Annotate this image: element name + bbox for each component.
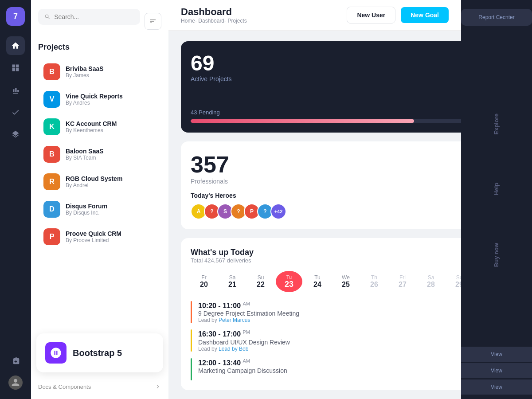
bootstrap-title: Bootstrap 5 xyxy=(73,348,122,358)
new-user-button[interactable]: New User xyxy=(347,7,395,23)
dashboard-scroll: 69 Active Projects 43 Pending 72% 357 Pr… xyxy=(168,31,461,399)
event-name: 9 Degree Project Estimation Meeting xyxy=(198,310,461,317)
event-details: 10:20 - 11:00 AM 9 Degree Project Estima… xyxy=(198,301,461,323)
sidebar-briefcase-btn[interactable] xyxy=(6,351,25,370)
project-author: By Andres xyxy=(66,100,123,106)
project-author: By Andrei xyxy=(66,182,122,188)
sidebar-check-btn[interactable] xyxy=(6,103,25,121)
sidebar-user-btn[interactable] xyxy=(6,373,25,392)
view-button-3[interactable]: View xyxy=(461,379,532,395)
view-button-2[interactable]: View xyxy=(461,363,532,378)
active-projects-card: 69 Active Projects 43 Pending 72% xyxy=(181,41,461,133)
project-name: Vine Quick Reports xyxy=(66,93,123,100)
sidebar-grid-btn[interactable] xyxy=(6,59,25,77)
progress-fill xyxy=(191,119,414,123)
help-tab[interactable]: Help xyxy=(486,172,508,206)
calendar-day[interactable]: Sa21 xyxy=(219,271,246,292)
project-item[interactable]: B Briviba SaaS By James xyxy=(38,59,161,85)
project-name: RGB Cloud System xyxy=(66,175,122,182)
header-left: Dashboard Home- Dashboard- Projects xyxy=(181,6,247,24)
page-title: Dashboard xyxy=(181,6,247,18)
calendar-title: What's up Today xyxy=(191,248,461,257)
calendar-days[interactable]: Fr20Sa21Su22Tu23Tu24We25Th26Fri27Sa28Su2… xyxy=(191,271,461,292)
project-item[interactable]: V Vine Quick Reports By Andres xyxy=(38,86,161,112)
event-item: 10:20 - 11:00 AM 9 Degree Project Estima… xyxy=(191,301,461,323)
event-lead-link[interactable]: Peter Marcus xyxy=(219,317,250,323)
progress-bar xyxy=(191,119,461,123)
event-time: 12:00 - 13:40 AM xyxy=(198,358,461,367)
project-author: By James xyxy=(66,72,104,78)
calendar-header: What's up Today Total 424,567 deliveries xyxy=(191,248,461,264)
sidebar-home-btn[interactable] xyxy=(6,36,25,55)
projects-title: Projects xyxy=(38,43,161,52)
main-content: Dashboard Home- Dashboard- Projects New … xyxy=(168,0,461,399)
calendar-subtitle: Total 424,567 deliveries xyxy=(191,257,461,264)
calendar-day[interactable]: Fri27 xyxy=(389,271,416,292)
event-lead: Lead by Lead by Bob xyxy=(198,346,461,352)
buy-now-tab[interactable]: Buy now xyxy=(486,232,508,278)
avatar: +42 xyxy=(270,203,286,219)
calendar-day[interactable]: Sa28 xyxy=(418,271,444,292)
calendar-day[interactable]: Fr20 xyxy=(191,271,217,292)
project-author: By SIA Team xyxy=(66,155,104,161)
event-indicator xyxy=(191,329,192,352)
calendar-day[interactable]: Th26 xyxy=(361,271,387,292)
heroes-title: Today's Heroes xyxy=(191,192,461,199)
breadcrumb: Home- Dashboard- Projects xyxy=(181,18,247,24)
project-logo: V xyxy=(43,91,60,108)
project-logo: R xyxy=(43,173,60,190)
project-item[interactable]: R RGB Cloud System By Andrei xyxy=(38,169,161,195)
calendar-day[interactable]: Tu23 xyxy=(276,271,302,292)
col-left: 69 Active Projects 43 Pending 72% 357 Pr… xyxy=(181,41,461,390)
project-logo: D xyxy=(43,201,60,218)
calendar-day[interactable]: Su29 xyxy=(446,271,461,292)
event-item: 16:30 - 17:00 PM Dashboard UI/UX Design … xyxy=(191,329,461,352)
project-info: Baloon SaaS By SIA Team xyxy=(66,148,104,161)
event-lead-link[interactable]: Lead by Bob xyxy=(219,346,248,352)
project-info: KC Account CRM By Keenthemes xyxy=(66,120,117,133)
event-time: 10:20 - 11:00 AM xyxy=(198,301,461,310)
calendar-day[interactable]: We25 xyxy=(332,271,359,292)
project-logo: B xyxy=(43,63,60,80)
project-item[interactable]: B Baloon SaaS By SIA Team xyxy=(38,141,161,167)
top-header: Dashboard Home- Dashboard- Projects New … xyxy=(168,0,461,31)
event-indicator xyxy=(191,301,192,323)
event-details: 16:30 - 17:00 PM Dashboard UI/UX Design … xyxy=(198,329,461,352)
stats-count: 357 xyxy=(191,151,461,178)
calendar-day[interactable]: Tu24 xyxy=(304,271,331,292)
view-button-1[interactable]: View xyxy=(461,346,532,362)
explore-tab[interactable]: Explore xyxy=(486,103,508,145)
event-list: 10:20 - 11:00 AM 9 Degree Project Estima… xyxy=(191,301,461,380)
report-center-button[interactable]: Report Cecnter xyxy=(461,9,532,26)
event-lead: Lead by Peter Marcus xyxy=(198,317,461,323)
project-info: RGB Cloud System By Andrei xyxy=(66,175,122,188)
project-item[interactable]: D Disqus Forum By Disqus Inc. xyxy=(38,196,161,222)
docs-bar[interactable]: Docs & Components xyxy=(38,383,161,390)
header-actions: New User New Goal xyxy=(347,7,449,23)
event-time: 16:30 - 17:00 PM xyxy=(198,329,461,338)
event-item: 12:00 - 13:40 AM Marketing Campaign Disc… xyxy=(191,358,461,380)
project-name: Baloon SaaS xyxy=(66,148,104,155)
calendar-day[interactable]: Su22 xyxy=(247,271,274,292)
stats-label: Professionals xyxy=(191,178,461,185)
event-details: 12:00 - 13:40 AM Marketing Campaign Disc… xyxy=(198,358,461,374)
project-name: Disqus Forum xyxy=(66,203,107,210)
project-info: Briviba SaaS By James xyxy=(66,65,104,78)
search-input[interactable] xyxy=(54,13,134,20)
bootstrap-logo xyxy=(45,342,66,364)
new-goal-button[interactable]: New Goal xyxy=(401,7,449,23)
left-panel: Projects B Briviba SaaS By James V Vine … xyxy=(31,0,168,399)
project-author: By Disqus Inc. xyxy=(66,210,107,216)
bootstrap-card[interactable]: Bootstrap 5 xyxy=(36,333,163,372)
filter-button[interactable] xyxy=(145,13,161,30)
search-bar[interactable] xyxy=(38,9,140,25)
sidebar-layers-btn[interactable] xyxy=(6,125,25,144)
project-item[interactable]: P Proove Quick CRM By Proove Limited xyxy=(38,224,161,250)
right-side-panel: Report Cecnter Explore Help Buy now View… xyxy=(461,0,532,399)
user-badge[interactable]: 7 xyxy=(6,7,25,26)
project-item[interactable]: K KC Account CRM By Keenthemes xyxy=(38,114,161,140)
active-projects-label: Active Projects xyxy=(191,75,461,82)
pending-label: 43 Pending xyxy=(191,109,220,116)
active-projects-count: 69 xyxy=(191,51,461,75)
sidebar-chart-btn[interactable] xyxy=(6,81,25,99)
